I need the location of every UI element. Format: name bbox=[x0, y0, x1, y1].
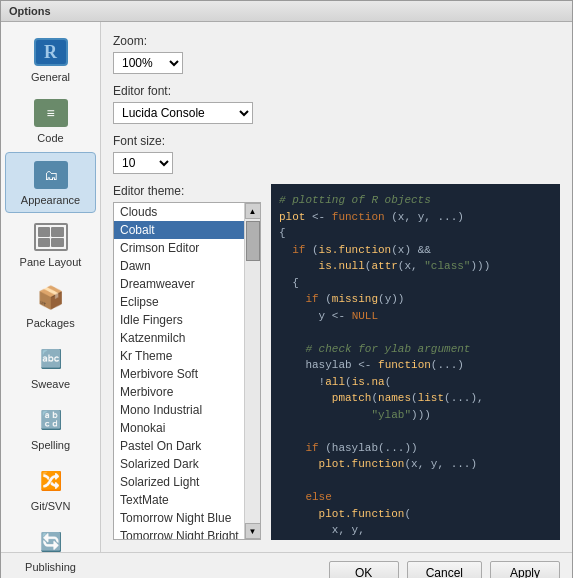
editor-font-select[interactable]: Courier New Lucida Console Consolas Mona… bbox=[113, 102, 253, 124]
theme-list-item[interactable]: Tomorrow Night Blue bbox=[114, 509, 244, 527]
zoom-group: Zoom: 75% 100% 125% 150% bbox=[113, 34, 183, 74]
sidebar-item-general[interactable]: R General bbox=[5, 30, 96, 89]
theme-list-item[interactable]: Dreamweaver bbox=[114, 275, 244, 293]
gitsvn-icon: 🔀 bbox=[33, 465, 69, 497]
sidebar-item-gitsvn[interactable]: 🔀 Git/SVN bbox=[5, 459, 96, 518]
theme-list-item[interactable]: Cobalt bbox=[114, 221, 244, 239]
theme-list-item[interactable]: Solarized Dark bbox=[114, 455, 244, 473]
theme-list-container: CloudsCobaltCrimson EditorDawnDreamweave… bbox=[113, 202, 261, 540]
code-line: plot <- function (x, y, ...) bbox=[279, 209, 552, 226]
cancel-button[interactable]: Cancel bbox=[407, 561, 482, 578]
code-line: plot.function(x, y, ...) bbox=[279, 456, 552, 473]
sidebar-item-label: Appearance bbox=[21, 194, 80, 206]
code-line: y <- NULL bbox=[279, 308, 552, 325]
sidebar-item-pane-layout[interactable]: Pane Layout bbox=[5, 215, 96, 274]
theme-list-item[interactable]: Merbivore bbox=[114, 383, 244, 401]
theme-list-item[interactable]: Monokai bbox=[114, 419, 244, 437]
font-size-group: Font size: 8 9 10 11 12 bbox=[113, 134, 173, 174]
theme-list-wrapper: CloudsCobaltCrimson EditorDawnDreamweave… bbox=[114, 203, 260, 539]
scroll-track[interactable] bbox=[245, 219, 260, 523]
zoom-label: Zoom: bbox=[113, 34, 183, 48]
theme-list-item[interactable]: Idle Fingers bbox=[114, 311, 244, 329]
sidebar-item-label: Packages bbox=[26, 317, 74, 329]
sidebar: R General ≡ Code 🗂 Appearance bbox=[1, 22, 101, 552]
code-line bbox=[279, 473, 552, 490]
code-line: { bbox=[279, 275, 552, 292]
code-line: if (missing(y)) bbox=[279, 291, 552, 308]
code-line bbox=[279, 324, 552, 341]
sidebar-item-publishing[interactable]: 🔄 Publishing bbox=[5, 520, 96, 578]
sidebar-item-label: Spelling bbox=[31, 439, 70, 451]
sidebar-item-packages[interactable]: 📦 Packages bbox=[5, 276, 96, 335]
sidebar-item-label: Git/SVN bbox=[31, 500, 71, 512]
sidebar-item-appearance[interactable]: 🗂 Appearance bbox=[5, 152, 96, 213]
code-line: is.null(attr(x, "class"))) bbox=[279, 258, 552, 275]
fontsize-options-row: Font size: 8 9 10 11 12 bbox=[113, 134, 560, 174]
ok-button[interactable]: OK bbox=[329, 561, 399, 578]
sidebar-item-label: Publishing bbox=[25, 561, 76, 573]
theme-list-item[interactable]: Clouds bbox=[114, 203, 244, 221]
editor-font-label: Editor font: bbox=[113, 84, 253, 98]
theme-list[interactable]: CloudsCobaltCrimson EditorDawnDreamweave… bbox=[114, 203, 244, 539]
zoom-select[interactable]: 75% 100% 125% 150% bbox=[113, 52, 183, 74]
font-size-select[interactable]: 8 9 10 11 12 bbox=[113, 152, 173, 174]
top-options-row: Zoom: 75% 100% 125% 150% bbox=[113, 34, 560, 74]
code-line bbox=[279, 423, 552, 440]
sidebar-item-spelling[interactable]: 🔡 Spelling bbox=[5, 398, 96, 457]
theme-list-item[interactable]: Pastel On Dark bbox=[114, 437, 244, 455]
theme-list-item[interactable]: Dawn bbox=[114, 257, 244, 275]
code-line: else bbox=[279, 489, 552, 506]
packages-icon: 📦 bbox=[33, 282, 69, 314]
spelling-icon: 🔡 bbox=[33, 404, 69, 436]
code-line: # check for ylab argument bbox=[279, 341, 552, 358]
theme-panel: Editor theme: CloudsCobaltCrimson Editor… bbox=[113, 184, 261, 540]
code-line: if (hasylab(...)) bbox=[279, 440, 552, 457]
code-line: !all(is.na( bbox=[279, 374, 552, 391]
theme-list-item[interactable]: Mono Industrial bbox=[114, 401, 244, 419]
pane-icon bbox=[33, 221, 69, 253]
apply-button[interactable]: Apply bbox=[490, 561, 560, 578]
code-preview: # plotting of R objectsplot <- function … bbox=[271, 184, 560, 540]
font-options-row: Editor font: Courier New Lucida Console … bbox=[113, 84, 560, 124]
theme-list-item[interactable]: Tomorrow Night Bright bbox=[114, 527, 244, 539]
code-line: x, y, bbox=[279, 522, 552, 539]
code-line: pmatch(names(list(...), bbox=[279, 390, 552, 407]
general-icon: R bbox=[33, 36, 69, 68]
editor-font-group: Editor font: Courier New Lucida Console … bbox=[113, 84, 253, 124]
appearance-icon: 🗂 bbox=[33, 159, 69, 191]
scrollbar[interactable]: ▲ ▼ bbox=[244, 203, 260, 539]
code-line: ylab = paste( bbox=[279, 539, 552, 541]
theme-list-item[interactable]: Crimson Editor bbox=[114, 239, 244, 257]
content-area: R General ≡ Code 🗂 Appearance bbox=[1, 22, 572, 552]
code-line: hasylab <- function(...) bbox=[279, 357, 552, 374]
theme-list-item[interactable]: Kr Theme bbox=[114, 347, 244, 365]
editor-theme-label: Editor theme: bbox=[113, 184, 261, 198]
publishing-icon: 🔄 bbox=[33, 526, 69, 558]
window-title: Options bbox=[9, 5, 51, 17]
code-line: # plotting of R objects bbox=[279, 192, 552, 209]
theme-list-item[interactable]: Eclipse bbox=[114, 293, 244, 311]
scroll-down-arrow[interactable]: ▼ bbox=[245, 523, 261, 539]
theme-list-item[interactable]: Merbivore Soft bbox=[114, 365, 244, 383]
theme-list-item[interactable]: Katzenmilch bbox=[114, 329, 244, 347]
sweave-icon: 🔤 bbox=[33, 343, 69, 375]
sidebar-item-label: Pane Layout bbox=[20, 256, 82, 268]
code-line: { bbox=[279, 225, 552, 242]
scroll-thumb[interactable] bbox=[246, 221, 260, 261]
code-line: if (is.function(x) && bbox=[279, 242, 552, 259]
code-line: "ylab"))) bbox=[279, 407, 552, 424]
theme-list-item[interactable]: TextMate bbox=[114, 491, 244, 509]
theme-list-item[interactable]: Solarized Light bbox=[114, 473, 244, 491]
sidebar-item-label: General bbox=[31, 71, 70, 83]
code-icon: ≡ bbox=[33, 97, 69, 129]
sidebar-item-label: Code bbox=[37, 132, 63, 144]
options-window: Options R General ≡ Code 🗂 Appearance bbox=[0, 0, 573, 578]
code-line: plot.function( bbox=[279, 506, 552, 523]
editor-layout: Editor theme: CloudsCobaltCrimson Editor… bbox=[113, 184, 560, 540]
main-panel: Zoom: 75% 100% 125% 150% Editor font: Co… bbox=[101, 22, 572, 552]
scroll-up-arrow[interactable]: ▲ bbox=[245, 203, 261, 219]
sidebar-item-label: Sweave bbox=[31, 378, 70, 390]
sidebar-item-sweave[interactable]: 🔤 Sweave bbox=[5, 337, 96, 396]
font-size-label: Font size: bbox=[113, 134, 173, 148]
sidebar-item-code[interactable]: ≡ Code bbox=[5, 91, 96, 150]
